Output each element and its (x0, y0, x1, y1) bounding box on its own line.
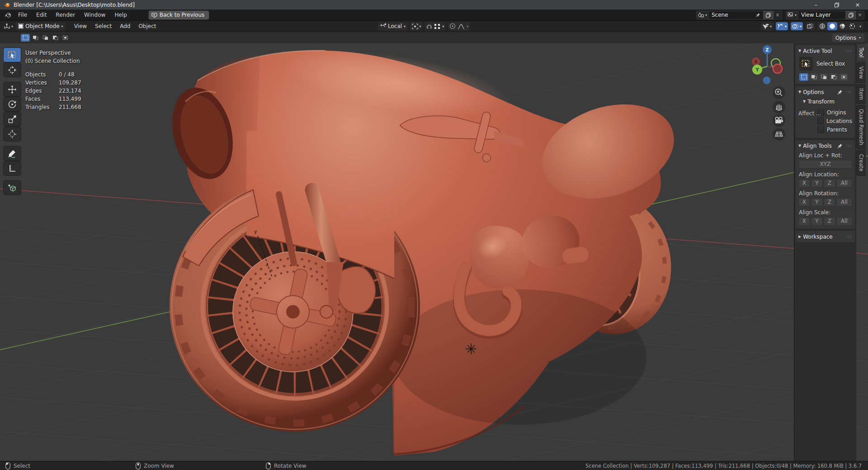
select-mode-subtract[interactable] (41, 34, 50, 42)
align-location-y[interactable]: Y (811, 179, 823, 188)
tool-select-box[interactable] (4, 48, 21, 62)
workspace-panel-header[interactable]: ▶ Workspace ∷∷ (798, 233, 852, 240)
tool-transform[interactable] (4, 127, 21, 141)
scene-browse-button[interactable]: ▾ (696, 11, 708, 19)
panel-grip[interactable]: ∷∷ (846, 144, 852, 148)
align-location-z[interactable]: Z (824, 179, 835, 188)
active-tool-panel-header[interactable]: ▼ Active Tool ∷∷ (798, 47, 852, 55)
unlink-scene-button[interactable]: × (774, 11, 782, 19)
close-button[interactable]: × (847, 0, 868, 9)
select-mode-extend[interactable] (809, 73, 818, 81)
new-view-layer-button[interactable] (846, 11, 856, 19)
select-mode-extend[interactable] (31, 34, 40, 42)
panel-grip[interactable]: ∷∷ (846, 90, 852, 94)
menu-window[interactable]: Window (80, 9, 110, 20)
transform-subpanel-header[interactable]: ▼ Transform (803, 98, 852, 105)
proportional-editing-toggle[interactable]: ▾ (448, 22, 470, 30)
select-box-tool-icon[interactable] (799, 57, 813, 70)
pin-icon[interactable] (755, 13, 760, 18)
tab-view[interactable]: View (856, 62, 866, 83)
select-mode-intersect[interactable] (61, 34, 70, 42)
align-xyz-button[interactable]: XYZ (798, 160, 852, 169)
menu-help[interactable]: Help (110, 9, 131, 20)
camera-view-button[interactable] (773, 114, 785, 127)
pin-icon[interactable] (837, 89, 843, 95)
locations-checkbox[interactable] (817, 118, 824, 124)
menu-render[interactable]: Render (51, 9, 80, 20)
options-panel-header[interactable]: ▼ Options ∷∷ (798, 88, 852, 96)
tab-quad-remesh[interactable]: Quad Remesh (856, 105, 866, 149)
tool-move[interactable] (4, 82, 21, 96)
pan-view-button[interactable] (773, 101, 785, 113)
restore-button[interactable] (826, 0, 847, 9)
snapping-toggle[interactable]: ▾ (425, 22, 445, 30)
align-rotation-all[interactable]: All (836, 198, 852, 207)
tool-measure[interactable] (4, 161, 21, 175)
scene-name-field[interactable]: Scene (708, 11, 764, 19)
gizmos-toggle[interactable]: ▾ (776, 22, 788, 30)
tool-rotate[interactable] (4, 97, 21, 111)
app-menu-icon[interactable] (5, 12, 12, 18)
tab-tool[interactable]: Tool (856, 43, 866, 61)
mode-dropdown[interactable]: Object Mode ▾ (16, 22, 66, 30)
back-to-previous-button[interactable]: Back to Previous (149, 11, 209, 19)
tab-create[interactable]: Create (856, 150, 866, 175)
ortho-toggle-button[interactable] (773, 128, 785, 141)
align-scale-y[interactable]: Y (811, 217, 823, 226)
align-scale-z[interactable]: Z (824, 217, 835, 226)
menu-add[interactable]: Add (116, 23, 134, 29)
tab-item[interactable]: Item (856, 84, 866, 104)
menu-view[interactable]: View (70, 23, 91, 29)
align-rotation-x[interactable]: X (798, 198, 810, 207)
shading-solid-button[interactable] (827, 22, 837, 30)
pin-icon[interactable] (837, 143, 843, 149)
align-rotation-y[interactable]: Y (811, 198, 823, 207)
shading-rendered-button[interactable] (847, 22, 857, 30)
overlays-toggle[interactable]: ▾ (791, 22, 803, 30)
viewport-3d-scene[interactable]: y (0, 43, 868, 461)
new-scene-button[interactable] (764, 11, 774, 19)
tool-annotate[interactable] (4, 146, 21, 160)
affect-parents-row[interactable]: Parents (817, 126, 852, 133)
remove-view-layer-button[interactable]: × (856, 11, 864, 19)
align-scale-x[interactable]: X (798, 217, 810, 226)
minimize-button[interactable]: – (806, 0, 826, 9)
editor-type-button[interactable]: ▾ (4, 24, 13, 29)
menu-select[interactable]: Select (91, 23, 116, 29)
menu-object[interactable]: Object (134, 23, 160, 29)
panel-grip[interactable]: ∷∷ (846, 235, 852, 239)
select-mode-set[interactable] (799, 73, 808, 81)
show-object-types-dropdown[interactable]: ▾ (761, 22, 773, 30)
tool-cursor[interactable] (4, 63, 21, 77)
tool-add-cube[interactable] (4, 181, 21, 195)
select-mode-set[interactable] (21, 34, 30, 42)
zoom-view-button[interactable] (773, 86, 785, 99)
shading-dropdown[interactable]: ▾ (857, 24, 863, 28)
affect-origins-row[interactable]: Origins (817, 109, 852, 116)
select-mode-invert[interactable] (829, 73, 838, 81)
align-tools-panel-header[interactable]: ▼ Align Tools ∷∷ (798, 142, 852, 150)
shading-material-button[interactable] (837, 22, 847, 30)
view-layer-browse-button[interactable]: ▾ (786, 11, 798, 19)
align-location-x[interactable]: X (798, 179, 810, 188)
panel-grip[interactable]: ∷∷ (846, 49, 852, 53)
select-mode-intersect[interactable] (839, 73, 848, 81)
align-rotation-z[interactable]: Z (824, 198, 835, 207)
parents-checkbox[interactable] (817, 126, 824, 133)
menu-file[interactable]: File (14, 9, 32, 20)
select-mode-invert[interactable] (51, 34, 60, 42)
tool-scale[interactable] (4, 112, 21, 126)
xray-toggle[interactable] (806, 22, 815, 30)
transform-orientation-dropdown[interactable]: Local▾ (378, 22, 408, 30)
view-layer-name-field[interactable]: View Layer (798, 11, 846, 19)
menu-edit[interactable]: Edit (32, 9, 51, 20)
align-scale-all[interactable]: All (836, 217, 852, 226)
select-mode-buttons (21, 34, 70, 42)
align-location-all[interactable]: All (836, 179, 852, 188)
shading-wireframe-button[interactable] (817, 22, 827, 30)
pivot-point-dropdown[interactable]: ▾ (410, 22, 422, 30)
select-mode-subtract[interactable] (819, 73, 828, 81)
tool-options-dropdown[interactable]: Options▾ (832, 33, 864, 42)
orientation-gizmo[interactable]: Z X Y (752, 45, 782, 85)
affect-locations-row[interactable]: Locations (817, 118, 852, 124)
